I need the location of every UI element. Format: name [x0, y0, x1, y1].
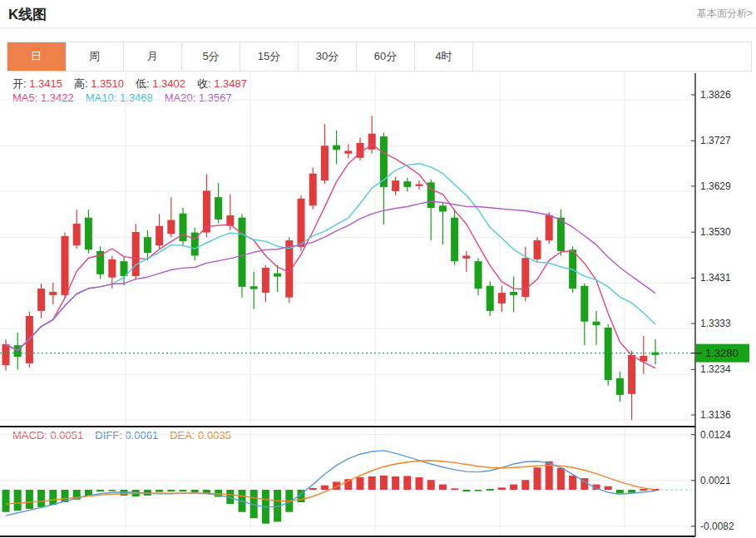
svg-text:0.0021: 0.0021: [700, 475, 731, 486]
svg-text:1.3826: 1.3826: [700, 89, 731, 101]
tab-30分[interactable]: 30分: [299, 42, 357, 71]
svg-text:1.3280: 1.3280: [705, 347, 739, 359]
kline-page: { "header": { "title": "K线图", "link_labe…: [0, 0, 756, 538]
interval-tabbar: 日周月5分15分30分60分4时: [7, 42, 752, 72]
title-divider: [0, 27, 756, 28]
svg-text:1.3530: 1.3530: [700, 226, 731, 238]
svg-text:0.0124: 0.0124: [700, 429, 731, 441]
tab-60分[interactable]: 60分: [357, 42, 415, 71]
fundamental-analysis-link[interactable]: 基本面分析>: [697, 7, 753, 21]
svg-text:-0.0082: -0.0082: [700, 521, 734, 532]
svg-text:1.3136: 1.3136: [700, 409, 731, 421]
tab-5分[interactable]: 5分: [182, 42, 240, 71]
tab-15分[interactable]: 15分: [240, 42, 299, 71]
tab-月[interactable]: 月: [124, 42, 182, 71]
tabbar-filler: [473, 42, 751, 71]
svg-text:1.3727: 1.3727: [700, 135, 731, 146]
tab-4时[interactable]: 4时: [415, 42, 473, 71]
svg-text:1.3629: 1.3629: [700, 180, 731, 192]
svg-text:1.3333: 1.3333: [700, 318, 731, 329]
tab-日[interactable]: 日: [7, 42, 66, 71]
svg-text:1.3431: 1.3431: [700, 272, 731, 284]
page-title: K线图: [8, 5, 47, 24]
kline-chart[interactable]: 1.38261.37271.36291.35301.34311.33331.32…: [0, 73, 756, 538]
svg-text:1.3234: 1.3234: [700, 363, 731, 375]
tab-周[interactable]: 周: [66, 42, 124, 71]
